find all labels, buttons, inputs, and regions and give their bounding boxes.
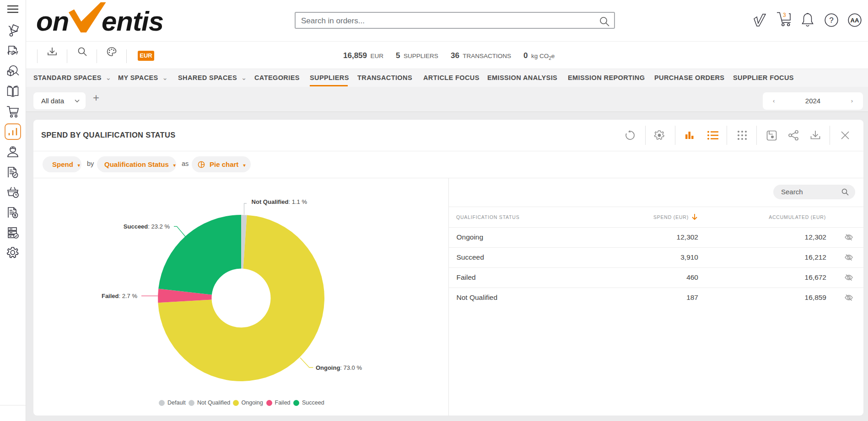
svg-text:3: 3 — [783, 12, 786, 18]
svg-text:AA: AA — [851, 17, 859, 24]
svg-text:?: ? — [829, 16, 833, 25]
